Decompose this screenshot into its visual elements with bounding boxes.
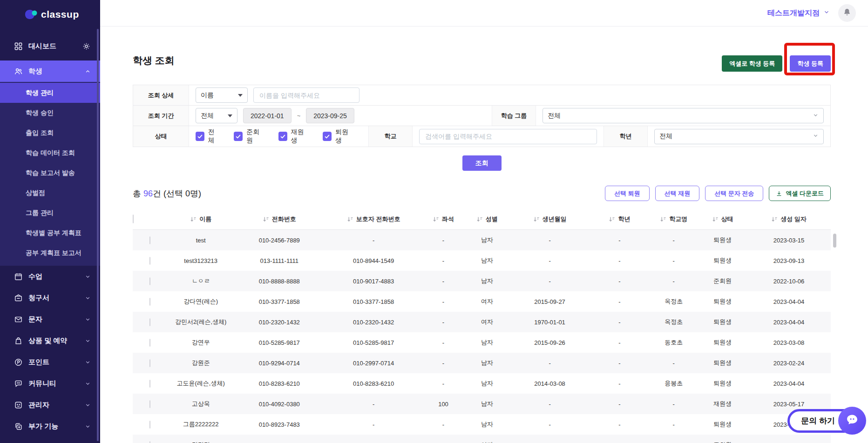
column-header[interactable]: 생년월일 xyxy=(509,215,590,223)
sidebar-item[interactable]: 관리자 xyxy=(0,394,100,416)
sidebar-item-label: 부가 기능 xyxy=(28,422,58,431)
row-checkbox[interactable] xyxy=(149,257,150,265)
point-icon xyxy=(14,358,23,367)
page-title: 학생 조회 xyxy=(133,54,175,67)
sidebar-item[interactable]: 커뮤니티 xyxy=(0,373,100,394)
table-cell: - xyxy=(590,257,649,264)
period-type-select[interactable]: 전체 xyxy=(196,108,237,123)
column-header[interactable]: 성별 xyxy=(464,215,509,223)
notification-bell[interactable] xyxy=(838,4,856,22)
row-checkbox[interactable] xyxy=(149,421,150,429)
detail-search-input[interactable] xyxy=(253,87,359,103)
sidebar-subitem[interactable]: 그룹 관리 xyxy=(0,203,100,223)
row-checkbox[interactable] xyxy=(149,318,150,326)
table-row[interactable]: 고도윤(레슨,생체)010-8283-6210010-8283-6210-남자2… xyxy=(133,373,831,394)
table-cell: - xyxy=(325,401,422,408)
chevron-down-icon xyxy=(85,381,91,387)
table-cell: 남자 xyxy=(464,338,509,347)
table-scrollbar[interactable] xyxy=(833,234,836,248)
table-row[interactable]: ㄴㅇㄹ010-8888-8888010-9017-4883-남자---준회원20… xyxy=(133,271,831,291)
sidebar-item[interactable]: 상품 및 예약 xyxy=(0,330,100,351)
table-row[interactable]: 고상욱010-4092-0380-100남자---재원생2023-05-17 xyxy=(133,394,831,414)
sidebar-subitem[interactable]: 출입 조회 xyxy=(0,123,100,143)
column-header[interactable]: 학년 xyxy=(590,215,649,223)
start-date-input[interactable]: 2022-01-01 xyxy=(243,108,292,123)
column-header[interactable]: 학교명 xyxy=(649,215,698,223)
sidebar-item[interactable]: 수업 xyxy=(0,266,100,287)
search-button[interactable]: 조회 xyxy=(462,155,502,171)
branch-selector[interactable]: 테스트개발지점 xyxy=(767,8,830,18)
school-search-input[interactable] xyxy=(419,129,597,144)
table-cell: 010-3377-1858 xyxy=(234,298,325,305)
table-cell: - xyxy=(509,278,590,285)
row-checkbox[interactable] xyxy=(149,298,150,306)
table-cell: 강연우 xyxy=(168,338,234,347)
sidebar-subitem[interactable]: 학습 데이터 조회 xyxy=(0,143,100,163)
gear-icon[interactable] xyxy=(82,42,91,51)
table-cell: - xyxy=(590,298,649,305)
row-checkbox[interactable] xyxy=(149,359,150,367)
sidebar-item[interactable]: 문자 xyxy=(0,309,100,330)
status-checkbox[interactable]: 퇴원생 xyxy=(323,128,353,145)
column-header[interactable]: 생성 일자 xyxy=(747,215,831,223)
column-header[interactable]: 좌석 xyxy=(422,215,464,223)
table-cell: 100 xyxy=(422,401,464,408)
table-cell: 퇴원생 xyxy=(698,318,747,326)
table-row[interactable]: test010-2456-7889--남자---퇴원생2023-03-15 xyxy=(133,230,831,250)
bulk-action-button[interactable]: 선택 퇴원 xyxy=(605,186,650,201)
table-row[interactable]: 강민서2(레슨,생체)010-2320-1432010-2320-1432-여자… xyxy=(133,312,831,332)
sidebar-subitem[interactable]: 공부 계획표 보고서 xyxy=(0,243,100,263)
summary-text: 건 (선택 0명) xyxy=(153,189,201,198)
row-checkbox[interactable] xyxy=(149,380,150,388)
table-cell: 2023-02-24 xyxy=(747,360,831,367)
sort-icon xyxy=(771,216,778,222)
chat-launcher-button[interactable] xyxy=(838,407,866,435)
status-checkbox[interactable]: 전체 xyxy=(196,128,220,145)
sidebar-subitem[interactable]: 학생 관리 xyxy=(0,83,100,103)
select-all-checkbox[interactable] xyxy=(133,215,134,223)
grade-select[interactable]: 전체 xyxy=(654,129,824,144)
table-row[interactable]: 김김김010-1111-2222--여자---준회원2023-09-25 xyxy=(133,435,831,443)
sidebar-item[interactable]: 부가 기능 xyxy=(0,416,100,437)
students-submenu: 학생 관리학생 승인출입 조회학습 데이터 조회학습 보고서 발송상벌점그룹 관… xyxy=(0,82,100,266)
bulk-action-button[interactable]: 선택 문자 전송 xyxy=(705,186,763,201)
grid-icon xyxy=(14,42,23,51)
table-row[interactable]: 강연우010-5285-9817010-5285-9817-남자2015-09-… xyxy=(133,332,831,353)
sidebar-scrollbar[interactable] xyxy=(97,29,99,441)
learning-group-select[interactable]: 전체 xyxy=(542,108,824,123)
excel-register-button[interactable]: 엑셀로 학생 등록 xyxy=(722,55,782,72)
row-checkbox[interactable] xyxy=(149,339,150,347)
filter-row-status: 상태 전체준회원재원생퇴원생 학교 학년 전체 xyxy=(133,126,830,147)
register-button[interactable]: 학생 등록 xyxy=(790,55,831,72)
table-row[interactable]: 강원준010-9294-0714010-2997-0714-남자---퇴원생20… xyxy=(133,353,831,373)
status-checkbox[interactable]: 준회원 xyxy=(234,128,264,145)
sidebar-subitem[interactable]: 학생 승인 xyxy=(0,103,100,123)
column-header[interactable]: 이름 xyxy=(168,215,234,223)
end-date-input[interactable]: 2023-09-25 xyxy=(306,108,354,123)
sidebar-item-dashboard[interactable]: 대시보드 xyxy=(0,35,100,57)
sidebar-subitem[interactable]: 학습 보고서 발송 xyxy=(0,163,100,183)
sidebar-subitem[interactable]: 상벌점 xyxy=(0,183,100,203)
table-row[interactable]: test3123213013-1111-1111010-8944-1549-남자… xyxy=(133,250,831,271)
table-cell: - xyxy=(422,442,464,443)
column-header[interactable]: 전화번호 xyxy=(234,215,325,223)
table-row[interactable]: 강다연(레슨)010-3377-1858010-3377-1858-여자2015… xyxy=(133,291,831,312)
column-header[interactable]: 상태 xyxy=(698,215,747,223)
checkbox-label: 전체 xyxy=(208,128,220,145)
table-cell: 010-2320-1432 xyxy=(325,319,422,326)
sidebar-item[interactable]: 청구서 xyxy=(0,287,100,309)
table-row[interactable]: 그룹2222222010-8923-7483--남자---퇴원생2023-03-… xyxy=(133,414,831,435)
column-header[interactable]: 보호자 전화번호 xyxy=(325,215,422,223)
row-checkbox[interactable] xyxy=(149,441,150,443)
sidebar-item[interactable]: 포인트 xyxy=(0,351,100,373)
row-checkbox[interactable] xyxy=(149,277,150,285)
excel-download-button[interactable]: 엑셀 다운로드 xyxy=(769,186,831,201)
bulk-action-button[interactable]: 선택 재원 xyxy=(655,186,700,201)
detail-field-select[interactable]: 이름 xyxy=(196,87,248,103)
row-checkbox[interactable] xyxy=(149,400,150,408)
sidebar-item-students[interactable]: 학생 xyxy=(0,60,100,82)
mail-icon xyxy=(14,315,23,324)
status-checkbox[interactable]: 재원생 xyxy=(278,128,309,145)
sidebar-subitem[interactable]: 학생별 공부 계획표 xyxy=(0,223,100,243)
row-checkbox[interactable] xyxy=(149,236,150,244)
